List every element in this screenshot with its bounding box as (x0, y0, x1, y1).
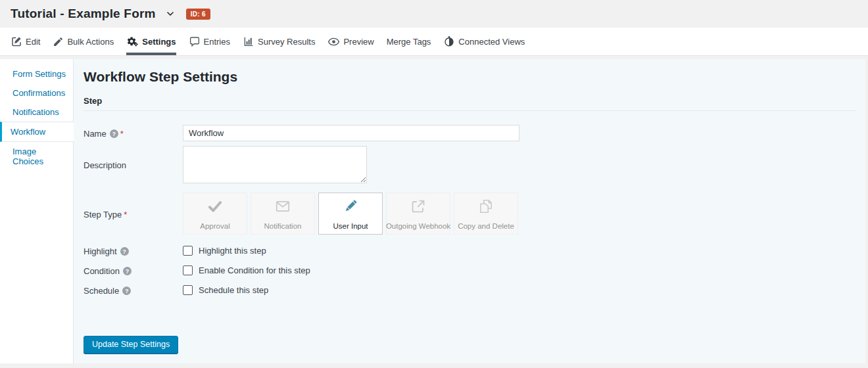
toolbar-item-label: Survey Results (258, 37, 315, 47)
form-toolbar: Edit Bulk Actions Settings Entries Surve… (0, 28, 868, 56)
sidebar-item-form-settings[interactable]: Form Settings (0, 64, 73, 83)
name-field-label: Name (84, 127, 183, 139)
form-title: Tutorial - Example Form (11, 7, 156, 21)
toolbar-item-edit[interactable]: Edit (11, 28, 40, 55)
condition-checkbox-label[interactable]: Enable Condition for this step (199, 265, 310, 275)
step-type-field-label: Step Type (84, 193, 183, 235)
pencil-icon (53, 36, 64, 47)
checkmark-icon (206, 198, 224, 218)
help-icon[interactable] (123, 267, 132, 275)
schedule-checkbox[interactable] (183, 285, 193, 295)
sidebar-item-image-choices[interactable]: Image Choices (0, 142, 73, 171)
required-asterisk (124, 210, 127, 219)
highlight-checkbox[interactable] (183, 246, 193, 256)
form-header: Tutorial - Example Form ID: 6 (0, 0, 868, 28)
eye-icon (327, 35, 340, 48)
gears-icon (126, 35, 139, 48)
settings-content: Form Settings Confirmations Notification… (0, 59, 865, 363)
toolbar-item-connected-views[interactable]: Connected Views (443, 28, 525, 55)
schedule-field-row: Schedule Schedule this step (84, 285, 856, 296)
step-description-textarea[interactable] (183, 146, 367, 183)
schedule-checkbox-label[interactable]: Schedule this step (199, 285, 268, 295)
toolbar-item-label: Settings (142, 37, 176, 47)
sidebar-item-confirmations[interactable]: Confirmations (0, 83, 73, 103)
edit-box-icon (11, 35, 22, 47)
condition-field-label: Condition (84, 265, 183, 276)
gravityview-gauge-icon (443, 35, 455, 47)
step-type-outgoing-webhook[interactable]: Outgoing Webhook (386, 193, 450, 235)
toolbar-item-survey-results[interactable]: Survey Results (243, 28, 315, 55)
toolbar-item-preview[interactable]: Preview (327, 28, 374, 55)
condition-field-row: Condition Enable Condition for this step (84, 265, 856, 276)
condition-checkbox[interactable] (183, 265, 193, 275)
step-type-field-row: Step Type Approval Notification (84, 193, 856, 235)
toolbar-item-label: Bulk Actions (67, 37, 114, 47)
speech-bubble-icon (189, 35, 201, 47)
toolbar-item-bulk-actions[interactable]: Bulk Actions (53, 28, 114, 55)
highlight-field-row: Highlight Highlight this step (84, 245, 856, 256)
toolbar-item-label: Entries (204, 37, 230, 47)
help-icon[interactable] (110, 129, 118, 138)
settings-sidebar: Form Settings Confirmations Notification… (0, 59, 74, 363)
schedule-field-label: Schedule (84, 285, 183, 296)
toolbar-item-label: Preview (343, 37, 374, 47)
bar-chart-icon (243, 35, 254, 47)
step-name-input[interactable] (183, 125, 519, 141)
toolbar-item-settings[interactable]: Settings (126, 28, 176, 55)
step-type-approval[interactable]: Approval (183, 193, 247, 235)
highlight-field-label: Highlight (84, 245, 183, 256)
toolbar-item-label: Edit (26, 37, 40, 47)
external-link-icon (410, 198, 427, 218)
section-divider (84, 110, 856, 111)
copy-pages-icon (477, 198, 494, 218)
update-step-settings-button[interactable]: Update Step Settings (84, 336, 178, 354)
toolbar-item-merge-tags[interactable]: Merge Tags (387, 28, 431, 55)
envelope-icon (274, 198, 291, 218)
toolbar-item-label: Merge Tags (387, 37, 431, 47)
toolbar-item-label: Connected Views (458, 37, 525, 47)
sidebar-item-notifications[interactable]: Notifications (0, 103, 73, 122)
description-field-row: Description (84, 146, 856, 183)
form-switcher-chevron-icon[interactable] (165, 9, 176, 19)
page-title: Workflow Step Settings (84, 69, 856, 85)
help-icon[interactable] (122, 287, 131, 295)
name-field-row: Name (84, 125, 856, 141)
required-asterisk (120, 129, 124, 139)
step-type-notification[interactable]: Notification (251, 193, 315, 235)
step-type-user-input[interactable]: User Input (318, 193, 383, 235)
toolbar-item-entries[interactable]: Entries (189, 28, 230, 55)
pencil-icon (342, 198, 359, 218)
form-id-badge: ID: 6 (186, 9, 210, 20)
step-section-label: Step (84, 96, 856, 106)
step-type-copy-and-delete[interactable]: Copy and Delete (454, 193, 518, 235)
sidebar-item-workflow[interactable]: Workflow (0, 122, 74, 142)
highlight-checkbox-label[interactable]: Highlight this step (199, 246, 266, 256)
workflow-step-settings-panel: Workflow Step Settings Step Name Descrip… (74, 59, 865, 363)
help-icon[interactable] (120, 247, 129, 256)
step-type-options: Approval Notification User Input (183, 193, 518, 235)
description-field-label: Description (84, 146, 183, 183)
